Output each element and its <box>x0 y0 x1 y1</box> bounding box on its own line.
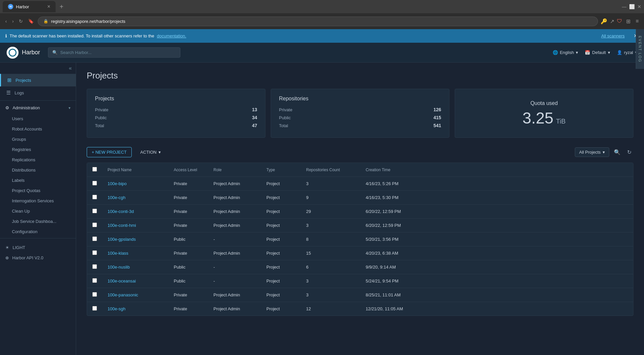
sidebar-item-labels[interactable]: Labels <box>0 175 76 185</box>
project-name-link[interactable]: 100e-nuslib <box>108 265 130 270</box>
sidebar-item-label: Job Service Dashboa... <box>12 219 56 224</box>
row-repos-count: 8 <box>301 232 360 246</box>
row-checkbox[interactable] <box>92 181 97 185</box>
project-name-link[interactable]: 100e-cgh <box>108 195 125 200</box>
sidebar-collapse-button[interactable]: « <box>69 65 72 71</box>
table-header: Project Name Access Level Role Type Repo… <box>87 163 633 177</box>
row-checkbox-cell <box>87 191 102 205</box>
api-icon: ⊕ <box>5 255 9 260</box>
row-type: Project <box>261 302 301 316</box>
row-creation-time: 6/20/22, 12:59 PM <box>360 205 633 219</box>
row-project-name: 100e-gpslands <box>102 232 168 246</box>
sidebar-item-distributions[interactable]: Distributions <box>0 165 76 175</box>
sidebar-item-label: Labels <box>12 178 24 183</box>
all-projects-filter[interactable]: All Projects ▾ <box>575 147 609 157</box>
language-selector[interactable]: 🌐 English ▾ <box>553 50 578 55</box>
sidebar-item-project-quotas[interactable]: Project Quotas <box>0 185 76 196</box>
sidebar-item-registries[interactable]: Registries <box>0 144 76 155</box>
row-checkbox[interactable] <box>92 306 97 311</box>
row-creation-time: 4/16/23, 5:30 PM <box>360 191 633 205</box>
sidebar-item-robot-accounts[interactable]: Robot Accounts <box>0 124 76 134</box>
all-scanners-link[interactable]: All scanners <box>601 33 625 38</box>
extensions-button[interactable]: ⊞ <box>625 17 632 26</box>
projects-table: Project Name Access Level Role Type Repo… <box>87 163 633 316</box>
row-type: Project <box>261 205 301 219</box>
address-bar-input[interactable]: 🔒 registry.aisingapore.net/harbor/projec… <box>38 17 598 26</box>
row-checkbox[interactable] <box>92 223 97 227</box>
search-button[interactable]: 🔍 <box>612 147 622 157</box>
window-close-button[interactable]: ✕ <box>637 4 641 9</box>
event-log-tab[interactable]: EVENT LOG <box>636 63 644 69</box>
sidebar-item-replications[interactable]: Replications <box>0 155 76 165</box>
repos-public-row: Public 415 <box>279 115 441 120</box>
schedule-selector[interactable]: 📅 Default ▾ <box>585 50 610 55</box>
project-name-link[interactable]: 100e-panasonic <box>108 292 138 297</box>
nav-forward-button[interactable]: › <box>11 17 15 25</box>
project-name-link[interactable]: 100e-sgh <box>108 306 125 311</box>
sidebar-item-light[interactable]: ☀ LIGHT <box>0 242 76 253</box>
project-name-link[interactable]: 100e-bipo <box>108 181 127 186</box>
sidebar-item-harbor-api[interactable]: ⊕ Harbor API V2.0 <box>0 253 76 263</box>
sidebar-item-configuration[interactable]: Configuration <box>0 227 76 237</box>
nav-back-button[interactable]: ‹ <box>4 17 8 25</box>
row-checkbox[interactable] <box>92 236 97 241</box>
sidebar-item-label: Logs <box>15 90 24 95</box>
sidebar-item-clean-up[interactable]: Clean Up <box>0 206 76 216</box>
window-maximize-button[interactable]: ⬜ <box>629 4 635 9</box>
projects-total-label: Total <box>95 123 104 128</box>
sidebar-item-label: Groups <box>12 137 26 142</box>
action-button[interactable]: ACTION ▾ <box>136 147 165 157</box>
logo-circle <box>7 47 19 59</box>
row-access-level: Private <box>168 205 208 219</box>
row-type: Project <box>261 232 301 246</box>
sidebar-item-label: Harbor API V2.0 <box>12 255 43 260</box>
row-project-name: 100e-klass <box>102 246 168 260</box>
info-icon: ℹ <box>5 33 7 38</box>
row-checkbox-cell <box>87 260 102 274</box>
documentation-link[interactable]: documentation. <box>157 33 186 38</box>
sidebar-item-users[interactable]: Users <box>0 114 76 124</box>
row-checkbox[interactable] <box>92 292 97 297</box>
administration-icon: ⚙ <box>5 105 9 110</box>
browser-menu-button[interactable]: ≡ <box>634 17 640 25</box>
sidebar-administration[interactable]: ⚙ Administration ▾ <box>0 102 76 114</box>
project-name-link[interactable]: 100e-conti-hmi <box>108 223 136 228</box>
sidebar-item-groups[interactable]: Groups <box>0 134 76 144</box>
header-right: 🌐 English ▾ 📅 Default ▾ 👤 ryzal ▾ <box>553 50 637 55</box>
row-access-level: Public <box>168 274 208 288</box>
row-project-name: 100e-conti-3d <box>102 205 168 219</box>
refresh-button[interactable]: ↻ <box>625 147 633 157</box>
new-tab-button[interactable]: + <box>57 2 66 12</box>
key-icon-button[interactable]: 🔑 <box>601 18 607 25</box>
row-checkbox[interactable] <box>92 278 97 283</box>
projects-table-container: Project Name Access Level Role Type Repo… <box>87 163 633 316</box>
window-minimize-button[interactable]: — <box>622 4 626 9</box>
project-name-link[interactable]: 100e-klass <box>108 251 128 256</box>
sidebar-item-interrogation-services[interactable]: Interrogation Services <box>0 196 76 206</box>
row-checkbox[interactable] <box>92 209 97 213</box>
row-role: - <box>208 274 261 288</box>
row-checkbox[interactable] <box>92 195 97 199</box>
row-type: Project <box>261 260 301 274</box>
sidebar-item-projects[interactable]: ⊞ Projects <box>0 74 76 86</box>
repos-private-row: Private 126 <box>279 107 441 112</box>
nav-refresh-button[interactable]: ↻ <box>18 17 24 25</box>
project-name-link[interactable]: 100e-gpslands <box>108 237 136 242</box>
user-menu[interactable]: 👤 ryzal ▾ <box>617 50 637 55</box>
row-checkbox[interactable] <box>92 264 97 269</box>
sidebar-item-logs[interactable]: ☰ Logs <box>0 86 76 99</box>
new-project-button[interactable]: + NEW PROJECT <box>87 147 132 157</box>
projects-total-row: Total 47 <box>95 123 257 128</box>
search-box[interactable]: 🔍 Search Harbor... <box>48 47 180 58</box>
browser-tab-harbor[interactable]: H Harbor × <box>3 1 56 12</box>
sidebar-item-job-service[interactable]: Job Service Dashboa... <box>0 216 76 227</box>
project-name-link[interactable]: 100e-oceansai <box>108 279 136 283</box>
header-search[interactable]: 🔍 Search Harbor... <box>48 47 180 58</box>
tab-close-button[interactable]: × <box>47 4 50 10</box>
bookmark-button[interactable]: 🔖 <box>27 17 35 25</box>
share-icon-button[interactable]: ↗ <box>610 18 614 25</box>
quota-unit: TiB <box>556 118 566 125</box>
row-checkbox[interactable] <box>92 250 97 255</box>
project-name-link[interactable]: 100e-conti-3d <box>108 209 134 214</box>
select-all-checkbox[interactable] <box>92 167 97 172</box>
